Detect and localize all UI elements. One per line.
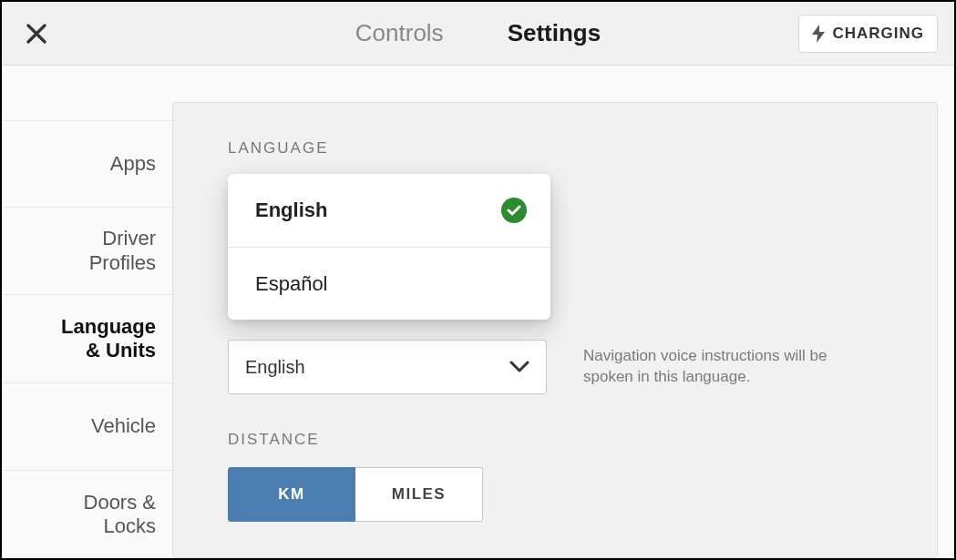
sidebar-item-label: Vehicle [91, 414, 156, 438]
sidebar-item-apps[interactable]: Apps [2, 120, 172, 208]
navigation-language-description: Navigation voice instructions will be sp… [583, 346, 838, 388]
language-dropdown: English Español [228, 174, 550, 320]
chevron-down-icon [509, 361, 529, 373]
sidebar-item-vehicle[interactable]: Vehicle [2, 383, 172, 471]
header-bar: Controls Settings CHARGING [2, 2, 954, 66]
charging-label: CHARGING [832, 25, 924, 43]
sidebar-item-label: Language & Units [61, 315, 156, 363]
header-tabs: Controls Settings [355, 19, 601, 47]
language-option-label: English [255, 199, 327, 222]
content-area: LANGUAGE English Navigation voice instru… [172, 66, 954, 558]
sidebar-item-language-units[interactable]: Language & Units [2, 295, 172, 382]
language-option-label: Español [255, 272, 328, 296]
sidebar-item-driver-profiles[interactable]: Driver Profiles [2, 208, 172, 295]
language-option-espanol[interactable]: Español [228, 247, 550, 320]
navigation-language-value: English [245, 357, 305, 378]
close-button[interactable] [24, 21, 49, 46]
navigation-language-select[interactable]: English [228, 340, 547, 394]
sidebar-item-label: Driver Profiles [89, 227, 156, 275]
sidebar-item-doors-locks[interactable]: Doors & Locks [2, 471, 172, 558]
tab-settings[interactable]: Settings [508, 19, 601, 47]
check-circle-icon [501, 198, 527, 223]
sidebar-item-label: Apps [110, 152, 156, 176]
language-section-label: LANGUAGE [228, 139, 893, 158]
charging-button[interactable]: CHARGING [798, 15, 938, 53]
close-icon [26, 24, 46, 44]
distance-miles-button[interactable]: MILES [355, 467, 483, 522]
navigation-language-row: English Navigation voice instructions wi… [228, 340, 893, 394]
sidebar: Apps Driver Profiles Language & Units Ve… [2, 66, 172, 558]
body: Apps Driver Profiles Language & Units Ve… [2, 66, 954, 558]
lightning-icon [812, 25, 825, 43]
distance-section-label: DISTANCE [228, 431, 893, 449]
sidebar-item-label: Doors & Locks [84, 491, 156, 539]
distance-km-button[interactable]: KM [228, 467, 355, 522]
settings-panel: LANGUAGE English Navigation voice instru… [172, 102, 938, 558]
tab-controls[interactable]: Controls [355, 19, 444, 47]
language-option-english[interactable]: English [228, 174, 550, 247]
distance-toggle: KM MILES [228, 467, 893, 522]
